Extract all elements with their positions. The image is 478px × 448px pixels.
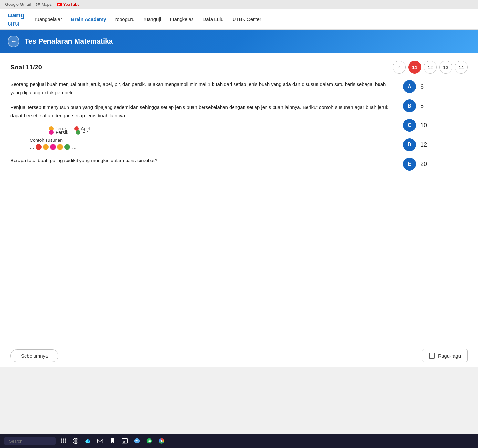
contoh-susunan-label: Contoh susunan: [30, 138, 393, 143]
answer-options: A 6 B 8 C 10 D 12 E 20: [403, 80, 468, 171]
prev-page-button[interactable]: ‹: [393, 61, 406, 74]
question-bottom: Berapa total buah paling sedikit yang mu…: [10, 158, 393, 163]
svg-rect-15: [123, 441, 124, 442]
footer: Sebelumnya Ragu-ragu: [0, 344, 478, 367]
page-11-button[interactable]: 11: [408, 61, 421, 74]
soal-number: Soal 11/20: [10, 64, 42, 71]
contoh-dot-5: [64, 144, 70, 150]
dot-persik: [49, 130, 54, 135]
legend-pir: Pir: [76, 130, 88, 135]
ragu-button[interactable]: Ragu-ragu: [422, 349, 468, 362]
svg-rect-11: [98, 439, 103, 443]
soal-header: Soal 11/20 ‹ 11 12 13 14: [10, 61, 468, 74]
page-13-button[interactable]: 13: [439, 61, 452, 74]
answer-value-d: 12: [421, 141, 427, 148]
answer-option-b[interactable]: B 8: [403, 99, 468, 112]
answer-option-c[interactable]: C 10: [403, 119, 468, 132]
nav-links: ruangbelajar Brain Academy roboguru ruan…: [35, 16, 261, 22]
answer-value-e: 20: [421, 161, 427, 168]
nav-ruanguji[interactable]: ruanguji: [144, 16, 161, 22]
navbar: uang uru ruangbelajar Brain Academy robo…: [0, 9, 478, 30]
answer-circle-d: D: [403, 138, 416, 151]
taskbar-store-icon[interactable]: [120, 436, 129, 445]
answer-circle-c: C: [403, 119, 416, 132]
taskbar-search-input[interactable]: [4, 437, 56, 445]
label-pir: Pir: [82, 130, 88, 135]
answer-option-e[interactable]: E 20: [403, 158, 468, 171]
browser-bar: Google Gmail 🗺 Maps ▶ YouTube: [0, 0, 478, 9]
maps-icon: 🗺: [36, 2, 40, 7]
answer-value-c: 10: [421, 122, 427, 129]
taskbar-telegram-icon[interactable]: [132, 436, 141, 445]
nav-utbk-center[interactable]: UTBK Center: [233, 16, 261, 22]
checkbox-icon: [429, 353, 435, 359]
content-area: Seorang penjual buah menjual buah jeruk,…: [10, 80, 468, 171]
svg-rect-4: [63, 440, 64, 441]
nav-brain-academy[interactable]: Brain Academy: [71, 16, 106, 22]
taskbar-edge-icon[interactable]: [83, 436, 92, 445]
svg-rect-0: [61, 439, 62, 440]
svg-rect-8: [65, 442, 66, 443]
nav-ruangbelajar[interactable]: ruangbelajar: [35, 16, 62, 22]
page-header: ← Tes Penalaran Matematika: [0, 30, 478, 53]
svg-rect-5: [65, 440, 66, 441]
nav-roboguru[interactable]: roboguru: [115, 16, 135, 22]
contoh-dot-1: [36, 144, 42, 150]
taskbar-chrome-icon[interactable]: [157, 436, 166, 445]
svg-rect-2: [65, 439, 66, 440]
nav-ruangkelas[interactable]: ruangkelas: [170, 16, 193, 22]
taskbar-color-icon[interactable]: [71, 436, 80, 445]
svg-point-16: [134, 438, 140, 444]
svg-point-17: [147, 438, 152, 444]
answer-value-a: 6: [421, 83, 424, 90]
dot-pir: [76, 130, 80, 135]
contoh-dot-4: [57, 144, 63, 150]
svg-rect-14: [122, 439, 128, 443]
contoh-dots: [36, 144, 70, 150]
question-text-2: Penjual tersebut menyusun buah yang dipa…: [10, 103, 393, 120]
pagination: ‹ 11 12 13 14: [393, 61, 468, 74]
answer-circle-a: A: [403, 80, 416, 93]
question-area: Seorang penjual buah menjual buah jeruk,…: [10, 80, 393, 171]
svg-point-19: [161, 440, 163, 442]
ragu-label: Ragu-ragu: [438, 353, 461, 359]
svg-point-13: [112, 442, 113, 443]
taskbar-spotify-icon[interactable]: [145, 436, 154, 445]
tab-gmail[interactable]: Google Gmail: [5, 2, 31, 7]
taskbar-grid-icon[interactable]: [59, 436, 68, 445]
legend-persik: Persik: [49, 130, 68, 135]
youtube-icon: ▶: [57, 3, 62, 6]
page-14-button[interactable]: 14: [455, 61, 468, 74]
answer-option-d[interactable]: D 12: [403, 138, 468, 151]
taskbar-phone-icon[interactable]: [108, 436, 117, 445]
question-text-1: Seorang penjual buah menjual buah jeruk,…: [10, 80, 393, 97]
answer-circle-e: E: [403, 158, 416, 171]
logo[interactable]: uang uru: [8, 11, 25, 27]
svg-rect-1: [63, 439, 64, 440]
main-content: Soal 11/20 ‹ 11 12 13 14 Seorang penjual…: [0, 53, 478, 344]
taskbar-mail-icon[interactable]: [96, 436, 105, 445]
taskbar: [0, 434, 478, 448]
page-title: Tes Penalaran Matematika: [25, 37, 113, 46]
answer-option-a[interactable]: A 6: [403, 80, 468, 93]
contoh-dot-3: [50, 144, 56, 150]
ellipsis-left: ...: [30, 144, 34, 150]
svg-rect-6: [61, 442, 62, 443]
tab-maps[interactable]: 🗺 Maps: [36, 2, 52, 7]
tab-youtube[interactable]: ▶ YouTube: [57, 2, 79, 7]
svg-rect-3: [61, 440, 62, 441]
answer-circle-b: B: [403, 99, 416, 112]
prev-button[interactable]: Sebelumnya: [10, 349, 58, 362]
page-12-button[interactable]: 12: [424, 61, 437, 74]
contoh-susunan-row: ... ...: [30, 144, 393, 150]
fruit-legend-2: Persik Pir: [49, 130, 393, 135]
contoh-dot-2: [43, 144, 49, 150]
nav-dafa-lulu[interactable]: Dafa Lulu: [203, 16, 223, 22]
ellipsis-right: ...: [72, 144, 76, 150]
label-persik: Persik: [56, 130, 68, 135]
answer-value-b: 8: [421, 103, 424, 109]
back-button[interactable]: ←: [8, 36, 19, 47]
svg-rect-7: [63, 442, 64, 443]
